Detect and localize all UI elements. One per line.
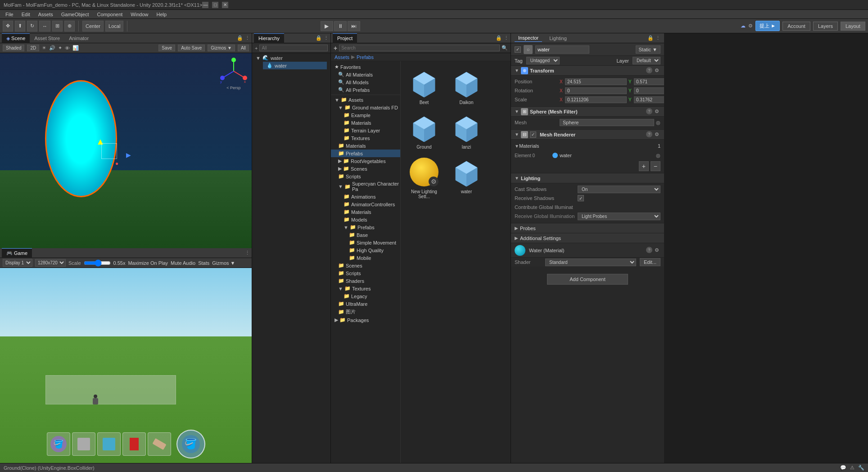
project-add-icon[interactable]: +: [334, 45, 337, 52]
receive-gi-select[interactable]: Light Probes: [578, 213, 660, 220]
lighting-section[interactable]: ▼ Lighting: [511, 173, 664, 183]
cloud-button[interactable]: 提上 ►: [755, 21, 780, 31]
tree-packages[interactable]: ▶ 📁 Packages: [331, 316, 400, 324]
probes-section[interactable]: ▶ Probes: [511, 223, 664, 233]
tool-transform[interactable]: ⊕: [64, 21, 75, 32]
sphere-info-icon[interactable]: ?: [646, 108, 652, 114]
asset-water[interactable]: water: [447, 154, 486, 201]
mesh-renderer-enabled[interactable]: [530, 132, 536, 138]
mesh-renderer-info-icon[interactable]: ?: [646, 131, 652, 137]
scale-slider[interactable]: [84, 259, 111, 267]
tree-scripts-2[interactable]: 📁 Scripts: [331, 269, 400, 277]
local-button[interactable]: Local: [105, 21, 123, 32]
menu-assets[interactable]: Assets: [35, 11, 57, 18]
tree-legacy[interactable]: 📁 Legacy: [331, 292, 400, 300]
tool-rotate[interactable]: ↻: [27, 21, 37, 32]
rot-y-input[interactable]: [634, 87, 664, 94]
object-name-input[interactable]: [535, 45, 589, 54]
hierarchy-search-input[interactable]: [259, 45, 328, 51]
mesh-link-icon[interactable]: ◎: [656, 120, 660, 126]
play-button[interactable]: ▶: [321, 21, 333, 31]
hierarchy-lock-icon[interactable]: 🔒: [316, 35, 322, 41]
step-button[interactable]: ⏭: [348, 21, 360, 31]
shaded-button[interactable]: Shaded: [3, 45, 24, 51]
scale-x-input[interactable]: [565, 96, 627, 103]
project-lock-icon[interactable]: 🔒: [496, 35, 502, 41]
scale-y-input[interactable]: [634, 96, 664, 103]
tree-shaders[interactable]: 📁 Shaders: [331, 277, 400, 285]
center-button[interactable]: Center: [82, 21, 104, 32]
gizmos-button[interactable]: Gizmos ▼: [208, 45, 235, 51]
tab-game[interactable]: 🎮 Game: [2, 248, 32, 258]
tree-scenes-2[interactable]: 📁 Scenes: [331, 262, 400, 269]
mesh-renderer-header[interactable]: ▼ ⊟ Mesh Renderer ? ⚙: [511, 130, 664, 140]
water-info-icon[interactable]: ?: [646, 247, 652, 253]
transform-header[interactable]: ▼ ⊕ Transform ? ⚙: [511, 66, 664, 76]
tree-ultramare[interactable]: 📁 UltraMare: [331, 300, 400, 308]
2d-button[interactable]: 2D: [27, 45, 39, 51]
asset-lanzi[interactable]: lanzi: [447, 109, 486, 151]
project-more-icon[interactable]: ⋮: [504, 35, 509, 41]
game-more-icon[interactable]: ⋮: [245, 250, 250, 256]
tree-animator-controllers[interactable]: 📁 AnimatorControllers: [331, 200, 400, 208]
remove-material-button[interactable]: −: [651, 161, 660, 171]
tab-animator[interactable]: Animator: [64, 33, 93, 43]
tree-all-prefabs[interactable]: 🔍 All Prefabs: [331, 86, 400, 94]
save-button[interactable]: Save: [158, 45, 175, 51]
display-select[interactable]: Display 1: [3, 259, 32, 267]
tree-high-quality[interactable]: 📁 High Quality: [331, 246, 400, 254]
tree-base[interactable]: 📁 Base: [331, 231, 400, 239]
scene-root-item[interactable]: ▼ 🌊 water: [256, 55, 327, 61]
status-icon-3[interactable]: 🔧: [858, 465, 864, 471]
menu-component[interactable]: Component: [93, 11, 126, 18]
tool-move[interactable]: ⬆: [15, 21, 25, 32]
static-button[interactable]: Static ▼: [636, 45, 660, 54]
shader-select[interactable]: Standard: [545, 259, 636, 266]
add-material-button[interactable]: +: [639, 161, 649, 171]
tree-all-materials[interactable]: 🔍 All Materials: [331, 71, 400, 78]
object-enabled-checkbox[interactable]: [515, 46, 521, 53]
inspector-more-icon[interactable]: ⋮: [656, 35, 660, 41]
account-label[interactable]: Account: [782, 22, 810, 31]
tree-simple-movement[interactable]: 📁 Simple Movement: [331, 239, 400, 246]
tree-assets[interactable]: ▼ 📁 Assets: [331, 96, 400, 104]
asset-ground[interactable]: Ground: [404, 109, 444, 151]
tree-terrain-layer[interactable]: 📁 Terrain Layer: [331, 127, 400, 134]
scene-lock-icon[interactable]: 🔒: [237, 35, 243, 41]
tree-materials[interactable]: 📁 Materials: [331, 142, 400, 150]
minimize-button[interactable]: —: [202, 2, 208, 8]
project-search-icon[interactable]: 🔍: [502, 45, 508, 51]
tool-scale[interactable]: ↔: [39, 21, 50, 32]
tree-mobile[interactable]: 📁 Mobile: [331, 254, 400, 262]
water-settings-icon[interactable]: ⚙: [653, 247, 660, 254]
hierarchy-water-item[interactable]: 💧 water: [263, 62, 327, 69]
tree-rootveg[interactable]: ▶ 📁 RootVegetables: [331, 157, 400, 165]
menu-edit[interactable]: Edit: [18, 11, 34, 18]
tree-example[interactable]: 📁 Example: [331, 111, 400, 119]
additional-settings-section[interactable]: ▶ Additional Settings: [511, 233, 664, 243]
tab-scene[interactable]: ◈ Scene: [2, 33, 30, 43]
pause-button[interactable]: ⏸: [334, 21, 347, 31]
tree-scripts[interactable]: 📁 Scripts: [331, 172, 400, 180]
tree-supercyan[interactable]: ▼ 📁 Supercyan Character Pa: [331, 180, 400, 193]
tag-select[interactable]: Untagged: [526, 57, 560, 64]
tree-prefabs-2[interactable]: ▼ 📁 Prefabs: [331, 223, 400, 231]
tree-favorites[interactable]: ★ Favorites: [331, 63, 400, 71]
auto-save-button[interactable]: Auto Save: [178, 45, 205, 51]
edit-button[interactable]: Edit...: [640, 258, 660, 266]
tab-lighting[interactable]: Lighting: [546, 35, 570, 42]
tree-scenes[interactable]: ▶ 📁 Scenes: [331, 165, 400, 172]
tree-animations[interactable]: 📁 Animations: [331, 193, 400, 200]
transform-settings-icon[interactable]: ⚙: [653, 67, 660, 74]
pos-x-input[interactable]: [565, 78, 627, 85]
tab-asset-store[interactable]: Asset Store: [30, 33, 64, 43]
all-button[interactable]: All: [238, 45, 249, 51]
tab-project[interactable]: Project: [333, 33, 357, 43]
tree-textures[interactable]: ▼ 📁 Textures: [331, 285, 400, 292]
layers-label[interactable]: Layers: [813, 22, 838, 31]
project-search-input[interactable]: [339, 45, 500, 51]
gizmos-btn[interactable]: Gizmos ▼: [212, 260, 235, 266]
sphere-settings-icon[interactable]: ⚙: [653, 108, 660, 115]
status-icon-1[interactable]: 💬: [840, 465, 846, 471]
rot-x-input[interactable]: [565, 87, 627, 94]
